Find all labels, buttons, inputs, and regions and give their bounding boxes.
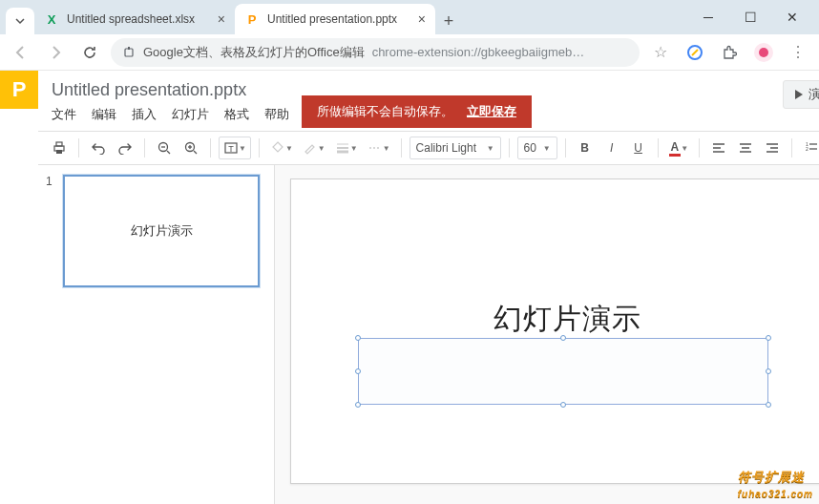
slide-title-text[interactable]: 幻灯片演示	[291, 300, 819, 339]
font-family-select[interactable]: Calibri Light▼	[410, 136, 501, 159]
text-color-button[interactable]: A▼	[666, 136, 692, 159]
svg-point-4	[759, 48, 768, 57]
url-text: Google文档、表格及幻灯片的Office编辑	[143, 44, 365, 61]
zoom-in-button[interactable]	[179, 136, 202, 159]
profile-avatar[interactable]	[750, 39, 777, 66]
save-now-link[interactable]: 立即保存	[467, 103, 516, 120]
align-right-button[interactable]	[761, 136, 784, 159]
menu-insert[interactable]: 插入	[132, 106, 157, 123]
close-icon[interactable]: ×	[218, 11, 225, 27]
tab-title: Untitled spreadsheet.xlsx	[67, 12, 195, 26]
left-rail: P	[0, 71, 38, 504]
bold-button[interactable]: B	[574, 136, 597, 159]
browser-menu-icon[interactable]: ⋮	[785, 39, 811, 66]
play-icon	[795, 90, 803, 99]
menu-file[interactable]: 文件	[52, 106, 76, 123]
svg-rect-6	[56, 142, 62, 146]
slide-canvas[interactable]: 幻灯片演示	[290, 178, 819, 484]
svg-text:T: T	[228, 144, 234, 154]
app-container: P Untitled presentation.pptx 文件 编辑 插入 幻灯…	[0, 71, 819, 504]
italic-button[interactable]: I	[600, 136, 623, 159]
browser-tabbar: X Untitled spreadsheet.xlsx × P Untitled…	[0, 0, 819, 34]
workspace: 1 幻灯片演示 幻灯片演示	[38, 165, 819, 504]
menu-edit[interactable]: 编辑	[92, 106, 116, 123]
svg-text:2: 2	[806, 146, 808, 152]
menubar: 文件 编辑 插入 幻灯片 格式 帮助	[52, 106, 289, 123]
extension-icon	[122, 46, 136, 59]
font-size: 60	[524, 141, 536, 155]
selected-textbox[interactable]	[358, 338, 768, 405]
slide-thumbnails-panel: 1 幻灯片演示	[38, 165, 275, 504]
minimize-button[interactable]: ─	[687, 0, 729, 34]
line-weight-button[interactable]: ▼	[332, 136, 361, 159]
border-color-button[interactable]: ▼	[300, 136, 328, 159]
zoom-out-button[interactable]	[153, 136, 176, 159]
new-tab-button[interactable]: +	[435, 8, 462, 34]
font-size-select[interactable]: 60▼	[517, 136, 557, 159]
font-name: Calibri Light	[416, 141, 476, 155]
app-logo[interactable]: P	[0, 71, 38, 109]
forward-button[interactable]	[42, 39, 69, 66]
close-window-button[interactable]: ✕	[771, 0, 813, 34]
browser-tab-presentation[interactable]: P Untitled presentation.pptx ×	[235, 4, 435, 34]
slide-thumbnail-1[interactable]: 幻灯片演示	[63, 175, 260, 287]
present-button[interactable]: 演示	[783, 80, 819, 109]
print-button[interactable]	[48, 136, 71, 159]
browser-tab-spreadsheet[interactable]: X Untitled spreadsheet.xlsx ×	[34, 4, 235, 34]
menu-help[interactable]: 帮助	[264, 106, 289, 123]
redo-button[interactable]	[114, 136, 136, 159]
watermark: 符号扩展迷 fuhao321.com	[738, 469, 813, 500]
align-left-button[interactable]	[707, 136, 730, 159]
line-dash-button[interactable]: ▼	[365, 136, 393, 159]
maximize-button[interactable]: ☐	[729, 0, 771, 34]
svg-rect-1	[128, 47, 130, 50]
back-button[interactable]	[8, 39, 34, 66]
tab-title: Untitled presentation.pptx	[267, 12, 397, 26]
reload-button[interactable]	[76, 39, 103, 66]
align-center-button[interactable]	[734, 136, 757, 159]
menu-format[interactable]: 格式	[224, 106, 249, 123]
textbox-button[interactable]: T ▼	[219, 136, 251, 159]
menu-slide[interactable]: 幻灯片	[172, 106, 209, 123]
extension-badge[interactable]	[682, 39, 708, 66]
autosave-banner: 所做编辑不会自动保存。 立即保存	[302, 95, 532, 128]
numbered-list-button[interactable]: 12	[800, 136, 819, 159]
banner-message: 所做编辑不会自动保存。	[317, 103, 453, 120]
extensions-puzzle-icon[interactable]	[716, 39, 743, 66]
svg-rect-7	[56, 150, 62, 154]
fill-color-button[interactable]: ▼	[267, 136, 296, 159]
svg-rect-0	[125, 49, 133, 56]
presentation-favicon: P	[244, 11, 260, 27]
window-controls: ─ ☐ ✕	[687, 0, 813, 34]
slide-number: 1	[46, 175, 55, 287]
present-label: 演示	[808, 86, 819, 103]
browser-addressbar: Google文档、表格及幻灯片的Office编辑 chrome-extensio…	[0, 34, 819, 71]
thumbnail-title: 幻灯片演示	[131, 222, 193, 240]
undo-button[interactable]	[87, 136, 110, 159]
address-input[interactable]: Google文档、表格及幻灯片的Office编辑 chrome-extensio…	[111, 38, 640, 67]
bookmark-star-icon[interactable]: ☆	[647, 39, 674, 66]
close-icon[interactable]: ×	[418, 11, 426, 27]
underline-button[interactable]: U	[627, 136, 650, 159]
svg-line-9	[167, 151, 170, 154]
tab-dropdown[interactable]	[6, 8, 34, 34]
svg-line-12	[194, 151, 197, 154]
url-dim: chrome-extension://gbkeegbaiigmeb…	[372, 45, 585, 59]
formatting-toolbar: T ▼ ▼ ▼ ▼ ▼ Calibri Light▼ 60▼	[38, 131, 819, 165]
slide-canvas-area: 幻灯片演示	[275, 165, 819, 504]
spreadsheet-favicon: X	[44, 11, 59, 27]
document-title[interactable]: Untitled presentation.pptx	[52, 80, 289, 100]
